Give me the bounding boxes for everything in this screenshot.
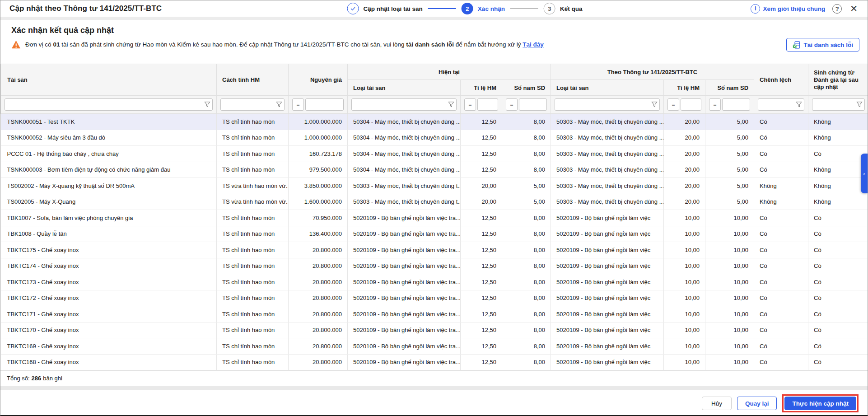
cell-new-type: 50303 - Máy móc, thiết bị chuyên dùng ..… (551, 146, 664, 162)
table-row[interactable]: TSNK000051 - Test TKTK TS chỉ tính hao m… (1, 114, 868, 130)
cell-new-type: 50303 - Máy móc, thiết bị chuyên dùng ..… (551, 162, 664, 178)
cell-cost: 20.800.000 (289, 322, 348, 338)
table-row[interactable]: TBKTC172 - Ghế xoay inox TS chỉ tính hao… (1, 290, 868, 306)
cell-new-type: 5020109 - Bộ bàn ghế ngồi làm việc (551, 306, 664, 323)
cell-new-type: 50303 - Máy móc, thiết bị chuyên dùng ..… (551, 178, 664, 194)
cell-current-type: 5020109 - Bộ bàn ghế ngồi làm việc tra..… (348, 338, 461, 355)
cell-current-rate: 12,50 (461, 354, 502, 370)
cell-cost: 3.850.000.000 (289, 178, 348, 194)
filter-funnel-icon[interactable] (448, 101, 454, 108)
col-header-current-type: Loại tài sản (348, 80, 461, 96)
filter-funnel-icon[interactable] (651, 101, 658, 108)
filter-input-new-type[interactable] (555, 98, 660, 111)
cell-new-years: 5,00 (705, 114, 754, 130)
cell-method: TS chỉ tính hao mòn (217, 114, 289, 130)
cell-cost: 979.500.000 (289, 162, 348, 178)
table-row[interactable]: TBKTC170 - Ghế xoay inox TS chỉ tính hao… (1, 322, 868, 338)
cell-new-years: 10,00 (705, 242, 754, 258)
cell-new-rate: 10,00 (664, 242, 705, 258)
footer-divider (0, 386, 868, 390)
cell-asset-name: TS002005 - Máy X-Quang (1, 194, 217, 210)
cancel-button[interactable]: Hủy (702, 397, 732, 410)
cell-current-type: 5020109 - Bộ bàn ghế ngồi làm việc tra..… (348, 322, 461, 338)
cell-method: TS chỉ tính hao mòn (217, 162, 289, 178)
filter-input-cost[interactable] (305, 98, 344, 111)
cell-current-type: 50304 - Máy móc, thiết bị chuyên dùng ..… (348, 146, 461, 162)
table-row[interactable]: PCCC 01 - Hệ thống báo cháy , chữa cháy … (1, 146, 868, 162)
table-row[interactable]: TSNK000052 - Máy siêu âm 3 đầu dò TS chỉ… (1, 130, 868, 146)
cell-cost: 1.000.000.000 (289, 130, 348, 146)
page-title: Cập nhật theo Thông tư 141/2025/TT-BTC (9, 4, 162, 13)
table-row[interactable]: TSNK000003 - Bơm tiêm điện tự động có ch… (1, 162, 868, 178)
cell-generate-doc: Có (808, 258, 868, 274)
filter-input-current-years[interactable] (519, 98, 547, 111)
filter-input-current-rate[interactable] (477, 98, 498, 111)
cell-new-rate: 10,00 (664, 210, 705, 226)
filter-funnel-icon[interactable] (796, 101, 802, 108)
cell-current-type: 50304 - Máy móc, thiết bị chuyên dùng ..… (348, 162, 461, 178)
cell-new-type: 50303 - Máy móc, thiết bị chuyên dùng ..… (551, 130, 664, 146)
close-icon[interactable]: ✕ (849, 4, 859, 13)
tai-day-link[interactable]: Tại đây (523, 41, 544, 48)
table-row[interactable]: TBKTC175 - Ghế xoay inox TS chỉ tính hao… (1, 242, 868, 258)
collapse-panel-toggle[interactable]: ‹ (861, 154, 868, 193)
cell-current-rate: 20,00 (461, 178, 502, 194)
asset-table: Tài sản Cách tính HM Nguyên giá Hiện tại… (0, 64, 868, 370)
equals-operator: = (506, 98, 518, 111)
cell-asset-name: TS002002 - Máy X-quang kỹ thuật số DR 50… (1, 178, 217, 194)
back-button[interactable]: Quay lại (737, 397, 777, 410)
cell-generate-doc: Có (808, 306, 868, 323)
filter-funnel-icon[interactable] (276, 101, 282, 108)
table-row[interactable]: TBKTC171 - Ghế xoay inox TS chỉ tính hao… (1, 306, 868, 323)
filter-funnel-icon[interactable] (204, 101, 210, 108)
help-icon[interactable]: ? (832, 4, 842, 14)
cell-difference: Có (754, 258, 808, 274)
filter-funnel-icon[interactable] (856, 101, 863, 108)
cell-current-type: 5020109 - Bộ bàn ghế ngồi làm việc tra..… (348, 274, 461, 290)
cell-current-rate: 12,50 (461, 258, 502, 274)
cell-asset-name: TBKTC169 - Ghế xoay inox (1, 338, 217, 355)
cell-difference: Có (754, 354, 808, 370)
cell-cost: 1.000.000.000 (289, 114, 348, 130)
cell-new-years: 10,00 (705, 258, 754, 274)
table-row[interactable]: TBK1007 - Sofa, bàn làm việc phòng chuyê… (1, 210, 868, 226)
step-confirm: 2 Xác nhận (462, 3, 505, 14)
cell-new-type: 5020109 - Bộ bàn ghế ngồi làm việc (551, 210, 664, 226)
cell-current-years: 8,00 (502, 114, 551, 130)
cell-current-type: 5020109 - Bộ bàn ghế ngồi làm việc tra..… (348, 242, 461, 258)
cell-current-rate: 20,00 (461, 194, 502, 210)
cell-method: TS chỉ tính hao mòn (217, 306, 289, 323)
cell-asset-name: TBKTC171 - Ghế xoay inox (1, 306, 217, 323)
cell-current-type: 50303 - Máy móc, thiết bị chuyên dùng t.… (348, 178, 461, 194)
table-row[interactable]: TBK1008 - Quầy lễ tân TS chỉ tính hao mò… (1, 226, 868, 242)
col-header-generate-doc: Sinh chứng từ Đánh giá lại sau cập nhật (808, 64, 868, 96)
table-row[interactable]: TBKTC173 - Ghế xoay inox TS chỉ tính hao… (1, 274, 868, 290)
cell-new-type: 5020109 - Bộ bàn ghế ngồi làm việc (551, 322, 664, 338)
step-label: Xác nhận (478, 5, 505, 12)
filter-input-new-years[interactable] (722, 98, 750, 111)
cell-current-years: 8,00 (502, 242, 551, 258)
step-number: 3 (544, 3, 555, 14)
table-row[interactable]: TS002005 - Máy X-Quang TS vừa tính hao m… (1, 194, 868, 210)
filter-input-current-type[interactable] (351, 98, 457, 111)
cell-method: TS chỉ tính hao mòn (217, 242, 289, 258)
cell-current-type: 5020109 - Bộ bàn ghế ngồi làm việc tra..… (348, 210, 461, 226)
cell-generate-doc: Không (808, 162, 868, 178)
filter-input-method[interactable] (220, 98, 285, 111)
col-header-method: Cách tính HM (217, 64, 289, 96)
execute-update-button[interactable]: Thực hiện cập nhật (784, 397, 856, 410)
view-intro-link[interactable]: i Xem giới thiệu chung (751, 4, 825, 14)
download-error-list-button[interactable]: Tải danh sách lỗi (786, 38, 859, 51)
filter-input-new-rate[interactable] (681, 98, 701, 111)
table-row[interactable]: TBKTC168 - Ghế xoay inox TS chỉ tính hao… (1, 354, 868, 370)
filter-input-asset[interactable] (5, 98, 213, 111)
confirm-section-header: Xác nhận kết quả cập nhật Đơn vị có 01 t… (0, 20, 868, 64)
table-row[interactable]: TS002002 - Máy X-quang kỹ thuật số DR 50… (1, 178, 868, 194)
cell-current-type: 5020109 - Bộ bàn ghế ngồi làm việc tra..… (348, 306, 461, 323)
group-header-current: Hiện tại (348, 64, 551, 80)
cell-asset-name: TBKTC168 - Ghế xoay inox (1, 354, 217, 370)
cell-new-years: 5,00 (705, 130, 754, 146)
cell-current-rate: 12,50 (461, 130, 502, 146)
table-row[interactable]: TBKTC169 - Ghế xoay inox TS chỉ tính hao… (1, 338, 868, 355)
table-row[interactable]: TBKTC174 - Ghế xoay inox TS chỉ tính hao… (1, 258, 868, 274)
